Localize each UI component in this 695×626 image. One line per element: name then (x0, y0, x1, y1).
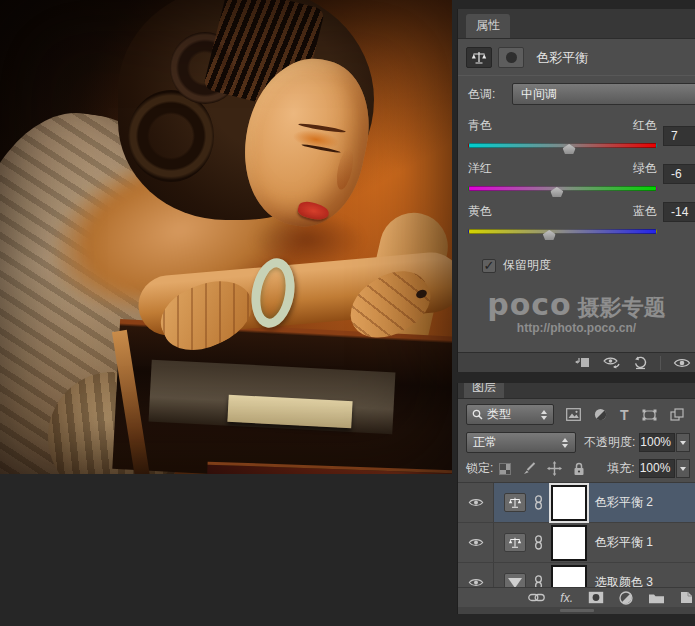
cyan-label: 青色 (468, 117, 492, 134)
magenta-label: 洋红 (468, 160, 492, 177)
yellow-blue-value-field[interactable]: -14 (663, 202, 695, 222)
fill-field[interactable]: 100% (639, 459, 675, 478)
lock-image-pixels-brush-icon[interactable] (522, 462, 536, 475)
layer-mask-thumbnail[interactable] (551, 525, 587, 561)
tone-value: 中间调 (521, 86, 557, 103)
fill-label: 填充: (607, 460, 634, 477)
blend-mode-value: 正常 (473, 434, 497, 451)
tab-properties[interactable]: 属性 (466, 14, 510, 38)
layer-row-color-balance-2[interactable]: 色彩平衡 2 (458, 483, 695, 523)
layers-panel: 图层 类型 T (457, 383, 695, 614)
filter-type-layers-icon[interactable]: T (620, 407, 629, 423)
view-previous-state-icon[interactable] (602, 356, 621, 370)
add-layer-mask-icon[interactable] (588, 591, 604, 604)
link-layers-icon[interactable] (528, 593, 545, 602)
layer-visibility-cell[interactable] (458, 523, 494, 562)
layer-filter-select[interactable]: 类型 (466, 404, 554, 425)
layer-filter-row: 类型 T (458, 399, 695, 429)
filter-type-label: 类型 (487, 406, 511, 423)
opacity-dropdown-button[interactable] (676, 433, 690, 452)
cyan-red-track[interactable] (468, 143, 657, 148)
clip-to-layer-icon[interactable] (574, 356, 590, 369)
mask-link-icon[interactable] (534, 535, 543, 550)
green-label: 绿色 (633, 160, 657, 177)
filter-smart-objects-icon[interactable] (670, 408, 684, 421)
layer-filter-icons: T (566, 407, 684, 423)
filter-adjustment-layers-icon[interactable] (594, 408, 607, 421)
balance-scales-icon (471, 51, 487, 65)
photo-vignette (0, 0, 452, 474)
cyan-red-value-field[interactable]: 7 (663, 126, 695, 146)
layer-list: 色彩平衡 2 色彩平衡 1 (458, 483, 695, 589)
watermark-url: http://photo.poco.cn/ (458, 322, 695, 334)
document-canvas-photo[interactable]: 乐 (0, 0, 452, 474)
magenta-green-value-field[interactable]: -6 (663, 164, 695, 184)
eye-icon (468, 537, 484, 548)
yellow-blue-slider-group: 黄色 蓝色 (458, 197, 695, 240)
preserve-luminosity-label: 保留明度 (503, 257, 551, 274)
layers-footer: fx. (458, 587, 695, 607)
yellow-label: 黄色 (468, 203, 492, 220)
layers-tabstrip: 图层 (458, 383, 695, 399)
opacity-label: 不透明度: (584, 434, 635, 451)
lock-position-move-icon[interactable] (547, 461, 562, 476)
color-balance-layer-thumbnail[interactable] (504, 533, 526, 552)
blend-mode-row: 正常 不透明度: 100% (458, 429, 695, 456)
lock-all-padlock-icon[interactable] (573, 462, 585, 476)
mask-properties-button[interactable] (498, 47, 524, 68)
selective-color-triangle-icon (508, 578, 522, 588)
filter-pixel-layers-icon[interactable] (566, 408, 581, 421)
search-icon (472, 409, 483, 420)
layer-styles-fx-icon[interactable]: fx. (560, 591, 573, 605)
resize-grip (560, 609, 594, 612)
updown-arrows-icon (541, 410, 548, 420)
lock-icons (499, 461, 585, 476)
magenta-green-slider-group: 洋红 绿色 (458, 154, 695, 197)
tone-select[interactable]: 中间调 (512, 83, 695, 105)
updown-arrows-icon (562, 438, 569, 448)
color-balance-layer-thumbnail[interactable] (504, 493, 526, 512)
color-balance-adjustment-button[interactable] (466, 47, 492, 68)
layer-name[interactable]: 色彩平衡 1 (595, 534, 653, 551)
watermark: poco 摄影专题 http://photo.poco.cn/ (458, 290, 695, 334)
lock-transparent-pixels-icon[interactable] (499, 463, 511, 475)
layer-row-selective-color-3[interactable]: 选取颜色 3 (458, 563, 695, 589)
properties-panel: 属性 色彩平衡 色调: 中间调 青色 红色 (457, 9, 695, 372)
triangle-down-icon (680, 467, 686, 471)
filter-shape-layers-icon[interactable] (642, 409, 657, 421)
tone-label: 色调: (468, 86, 512, 103)
blend-mode-select[interactable]: 正常 (466, 432, 576, 453)
visibility-eye-icon[interactable] (673, 357, 691, 369)
layer-visibility-cell[interactable] (458, 563, 494, 589)
layer-row-color-balance-1[interactable]: 色彩平衡 1 (458, 523, 695, 563)
layer-mask-thumbnail[interactable] (551, 485, 587, 521)
photoshop-window: 乐 属性 色彩平衡 色调: 中间调 (0, 0, 695, 626)
panel-resize-strip[interactable] (458, 607, 695, 614)
tone-row: 色调: 中间调 (458, 76, 695, 111)
fill-dropdown-button[interactable] (676, 459, 690, 478)
layer-mask-thumbnail[interactable] (551, 565, 587, 590)
preserve-luminosity-checkbox[interactable]: ✓ (482, 259, 496, 273)
properties-header: 色彩平衡 (458, 39, 695, 75)
watermark-brand: poco (487, 287, 571, 322)
new-adjustment-layer-icon[interactable] (619, 591, 633, 605)
lock-row: 锁定: 填充: 100% (458, 456, 695, 483)
properties-tabstrip: 属性 (458, 9, 695, 39)
watermark-title: 摄影专题 (572, 295, 666, 320)
new-group-folder-icon[interactable] (648, 592, 665, 604)
magenta-green-track[interactable] (468, 186, 657, 191)
check-icon: ✓ (484, 258, 495, 273)
opacity-field[interactable]: 100% (639, 433, 675, 452)
layer-visibility-cell[interactable] (458, 483, 494, 522)
yellow-blue-track[interactable] (468, 229, 657, 234)
reset-icon[interactable] (633, 356, 648, 370)
adjustment-title: 色彩平衡 (536, 49, 588, 67)
eye-icon (468, 497, 484, 508)
mask-link-icon[interactable] (534, 495, 543, 510)
tab-layers[interactable]: 图层 (464, 383, 504, 398)
triangle-down-icon (680, 441, 686, 445)
cyan-red-slider-group: 青色 红色 (458, 111, 695, 154)
properties-footer (458, 352, 695, 372)
layer-name[interactable]: 色彩平衡 2 (595, 494, 653, 511)
new-layer-icon[interactable] (680, 591, 693, 604)
